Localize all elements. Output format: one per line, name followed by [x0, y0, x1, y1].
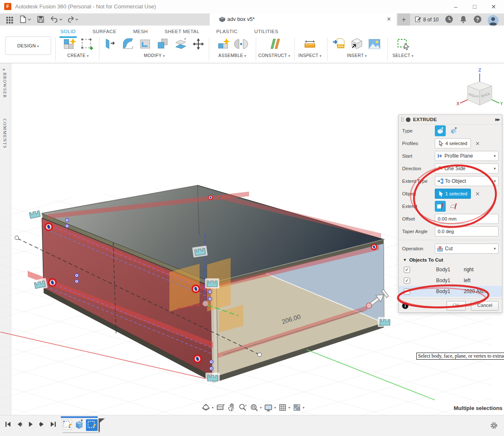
- save-icon[interactable]: [36, 15, 45, 24]
- extent-type-dropdown[interactable]: To Object▼: [435, 176, 499, 186]
- construction-plane-icon[interactable]: [266, 36, 282, 52]
- tab-close-icon[interactable]: ✕: [387, 16, 391, 22]
- help-icon[interactable]: ?: [473, 15, 482, 24]
- move-copy-icon[interactable]: [190, 36, 206, 52]
- insert-svg-icon[interactable]: SVG: [331, 36, 347, 52]
- canvas-image-icon[interactable]: [366, 36, 382, 52]
- undo-icon[interactable]: [49, 15, 63, 24]
- clear-profiles-icon[interactable]: ✕: [475, 140, 480, 147]
- select-group-label[interactable]: SELECT▾: [389, 53, 417, 58]
- title-bar: F Autodesk Fusion 360 (Personal - Not fo…: [0, 0, 504, 14]
- close-button[interactable]: ✕: [487, 2, 500, 11]
- extrusion-profile-handle[interactable]: [205, 278, 219, 288]
- quick-access-toolbar: adv box v5* ✕ + 8 of 10 ?: [0, 13, 504, 26]
- skip-to-end-icon[interactable]: [49, 420, 57, 428]
- redo-icon[interactable]: [65, 15, 79, 24]
- clear-object-icon[interactable]: ✕: [475, 191, 480, 197]
- insert-group-label[interactable]: INSERT▾: [330, 53, 384, 58]
- body-checkbox[interactable]: ✓: [404, 267, 410, 273]
- info-icon[interactable]: i: [402, 303, 408, 309]
- selection-status: Multiple selections: [454, 405, 502, 411]
- new-component-icon[interactable]: [216, 36, 231, 52]
- cancel-button[interactable]: Cancel: [471, 301, 499, 311]
- combine-icon[interactable]: [155, 36, 171, 52]
- dialog-header[interactable]: EXTRUDE ▶▶: [399, 115, 502, 125]
- shell-icon[interactable]: [138, 36, 153, 52]
- direction-dropdown[interactable]: One Side▼: [435, 164, 499, 174]
- new-solid-icon[interactable]: [61, 36, 77, 52]
- job-status-clock-icon[interactable]: [444, 15, 454, 24]
- select-tool-icon[interactable]: [395, 36, 411, 52]
- extrusion-profile-handle[interactable]: [205, 373, 220, 383]
- body-checkbox[interactable]: [404, 288, 410, 295]
- hole-marker[interactable]: [372, 244, 377, 250]
- extrude-thin-type-icon[interactable]: [448, 125, 459, 136]
- extrusion-profile-handle[interactable]: [192, 246, 208, 257]
- assemble-group-label[interactable]: ASSEMBLE▾: [211, 53, 253, 58]
- grid-settings-icon[interactable]: [278, 403, 287, 412]
- fit-icon[interactable]: [249, 403, 259, 412]
- new-tab-button[interactable]: +: [397, 13, 410, 26]
- user-avatar[interactable]: [487, 15, 499, 26]
- timeline-feature-sketch-selected[interactable]: [86, 419, 98, 431]
- extrusion-profile-handle[interactable]: [378, 317, 392, 327]
- minimize-button[interactable]: –: [449, 2, 462, 11]
- insert-mesh-icon[interactable]: [349, 36, 365, 52]
- workspace-selector[interactable]: DESIGN▾: [5, 36, 51, 55]
- objects-to-cut-row-selected[interactable]: Body1 2020 Alu...: [399, 286, 502, 297]
- joint-icon[interactable]: [233, 36, 249, 52]
- hole-marker[interactable]: [208, 195, 212, 199]
- timeline-position-marker[interactable]: [99, 418, 105, 432]
- press-pull-icon[interactable]: [102, 36, 118, 52]
- ok-button[interactable]: OK: [447, 301, 466, 311]
- objects-to-cut-header[interactable]: ▼ Objects To Cut: [399, 255, 502, 264]
- timeline-feature-extrude[interactable]: [76, 420, 83, 429]
- notifications-bell-icon[interactable]: [459, 15, 468, 24]
- play-icon[interactable]: [27, 420, 34, 428]
- inspect-group-label[interactable]: INSPECT▾: [294, 53, 326, 58]
- offset-input[interactable]: 0.00 mm: [435, 214, 499, 224]
- profiles-select-button[interactable]: 4 selected: [435, 138, 471, 148]
- view-cube[interactable]: Z RIGHT BACK X Y: [454, 67, 504, 110]
- fillet-icon[interactable]: [120, 36, 136, 52]
- timeline-settings-gear-icon[interactable]: [490, 421, 498, 430]
- hole-marker[interactable]: [194, 356, 201, 363]
- timeline-feature-sketch[interactable]: [62, 420, 72, 429]
- app-grid-menu-icon[interactable]: [5, 15, 14, 24]
- construct-group-label[interactable]: CONSTRUCT▾: [255, 53, 294, 58]
- taper-angle-input[interactable]: 0.0 deg: [435, 226, 499, 236]
- look-at-icon[interactable]: [216, 403, 225, 412]
- object-select-button[interactable]: 1 selected: [435, 189, 471, 199]
- offset-face-icon[interactable]: [173, 36, 189, 52]
- start-dropdown[interactable]: Profile Plane▼: [435, 151, 499, 161]
- step-back-icon[interactable]: [16, 420, 23, 428]
- pan-icon[interactable]: [227, 403, 236, 412]
- step-forward-icon[interactable]: [38, 420, 46, 428]
- create-sketch-icon[interactable]: [79, 36, 95, 52]
- skip-to-start-icon[interactable]: [4, 420, 12, 428]
- extrude-solid-type-icon[interactable]: [435, 125, 446, 136]
- document-tab[interactable]: adv box v5* ✕: [210, 13, 397, 26]
- maximize-button[interactable]: □: [468, 2, 481, 11]
- no-extend-faces-icon[interactable]: [448, 201, 459, 212]
- hole-marker[interactable]: [45, 223, 52, 231]
- operation-dropdown[interactable]: Cut▼: [435, 244, 499, 254]
- extend-faces-icon[interactable]: [435, 201, 446, 212]
- orbit-icon[interactable]: [201, 403, 210, 412]
- display-settings-icon[interactable]: [264, 403, 273, 412]
- hole-marker[interactable]: [49, 279, 56, 286]
- zoom-icon[interactable]: ±: [238, 403, 247, 412]
- drag-grip-icon[interactable]: [401, 117, 403, 122]
- viewports-icon[interactable]: [292, 403, 301, 412]
- objects-to-cut-row[interactable]: ✓ Body1 left: [399, 275, 502, 286]
- hole-marker[interactable]: [192, 285, 200, 293]
- modify-group-label[interactable]: MODIFY▾: [102, 53, 206, 58]
- measure-icon[interactable]: [302, 36, 318, 52]
- origin-point[interactable]: [203, 301, 208, 306]
- create-group-label[interactable]: CREATE▾: [58, 53, 98, 58]
- objects-to-cut-row[interactable]: ✓ Body1 right: [399, 264, 502, 275]
- expand-dialog-icon[interactable]: ▶▶: [495, 117, 499, 122]
- navigation-toolbar: ▾ ± ▾ ▾ ▾ ▾: [201, 403, 304, 412]
- file-menu-icon[interactable]: [18, 15, 31, 24]
- body-checkbox[interactable]: ✓: [404, 278, 410, 284]
